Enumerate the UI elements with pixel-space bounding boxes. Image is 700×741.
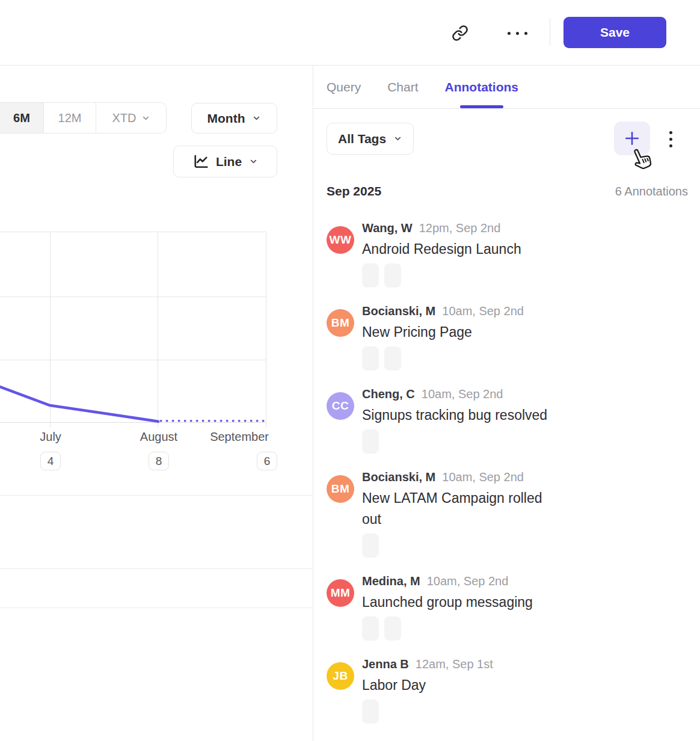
annotation-timestamp: 10am, Sep 2nd: [422, 387, 503, 401]
date-range-control: 6M 12M XTD: [0, 102, 167, 134]
annotation-tags: [362, 616, 690, 641]
annotation-header: Wang, W 12pm, Sep 2nd: [362, 221, 690, 238]
chart-type-dropdown[interactable]: Line: [173, 146, 277, 177]
range-xtd-button[interactable]: XTD: [96, 103, 166, 133]
table-header-row: [0, 495, 313, 568]
annotation-title: New Pricing Page: [362, 322, 550, 343]
granularity-label: Month: [207, 111, 245, 126]
group-annotation-count: 6 Annotations: [615, 185, 688, 198]
annotation-list: WW Wang, W 12pm, Sep 2nd Android Redesig…: [327, 221, 690, 740]
tag-pill[interactable]: [384, 263, 401, 287]
plus-icon: [624, 131, 640, 146]
tag-pill[interactable]: [362, 346, 379, 370]
save-button[interactable]: Save: [563, 17, 666, 48]
avatar: BM: [327, 309, 354, 337]
annotation-count-badge[interactable]: 8: [149, 452, 169, 470]
annotation-body: Bocianski, M 10am, Sep 2nd New LATAM Cam…: [362, 470, 690, 558]
panel-tabs: QueryChartAnnotations: [327, 66, 518, 108]
annotation-item[interactable]: JB Jenna B 12am, Sep 1st Labor Day: [327, 657, 690, 724]
avatar: CC: [327, 392, 354, 420]
tab-chart[interactable]: Chart: [387, 66, 418, 108]
range-12m-button[interactable]: 12M: [44, 103, 96, 133]
annotation-count-badge[interactable]: 4: [40, 452, 61, 470]
annotation-body: Cheng, C 10am, Sep 2nd Signups tracking …: [362, 387, 690, 454]
tab-label: Chart: [387, 80, 418, 94]
annotation-body: Medina, M 10am, Sep 2nd Launched group m…: [362, 574, 690, 641]
line-chart-icon: [192, 155, 209, 169]
tag-filter-dropdown[interactable]: All Tags: [327, 123, 414, 155]
table-value-row: [0, 568, 313, 607]
annotation-body: Bocianski, M 10am, Sep 2nd New Pricing P…: [362, 304, 690, 370]
chart-type-label: Line: [216, 155, 242, 169]
annotation-author: Bocianski, M: [362, 304, 435, 318]
more-options-button[interactable]: [504, 22, 530, 45]
annotation-title: Labor Day: [362, 675, 550, 696]
annotation-header: Medina, M 10am, Sep 2nd: [362, 574, 690, 591]
annotations-menu-button[interactable]: [660, 127, 681, 151]
annotation-author: Medina, M: [362, 574, 420, 588]
annotation-item[interactable]: WW Wang, W 12pm, Sep 2nd Android Redesig…: [327, 221, 690, 287]
tag-pill[interactable]: [362, 263, 379, 287]
chart-editor-app: Save 6M 12M XTD Month Line: [0, 0, 700, 741]
granularity-dropdown[interactable]: Month: [191, 103, 277, 134]
group-month-title: Sep 2025: [327, 184, 381, 198]
annotation-group-header: Sep 2025 6 Annotations: [327, 184, 688, 198]
annotation-title: Signups tracking bug resolved: [362, 405, 550, 426]
line-chart: JulyAugustSeptember 486: [0, 232, 313, 484]
annotation-header: Jenna B 12am, Sep 1st: [362, 657, 690, 674]
annotation-tags: [362, 699, 690, 724]
annotation-header: Cheng, C 10am, Sep 2nd: [362, 387, 690, 404]
x-axis-label: September: [210, 430, 269, 444]
chart-plot-svg: [0, 232, 277, 431]
tag-pill[interactable]: [362, 616, 379, 641]
x-axis-label: July: [40, 430, 61, 444]
copy-link-button[interactable]: [449, 22, 471, 45]
annotation-timestamp: 12pm, Sep 2nd: [419, 221, 501, 235]
annotation-tags: [362, 429, 690, 454]
table-divider: [0, 607, 313, 608]
range-6m-button[interactable]: 6M: [0, 103, 44, 133]
link-icon: [452, 25, 468, 42]
annotation-item[interactable]: BM Bocianski, M 10am, Sep 2nd New LATAM …: [327, 470, 690, 558]
add-annotation-button[interactable]: [614, 121, 650, 155]
annotation-author: Jenna B: [362, 657, 409, 671]
annotation-timestamp: 12am, Sep 1st: [416, 657, 493, 671]
range-12m-label: 12M: [58, 111, 82, 125]
annotation-item[interactable]: CC Cheng, C 10am, Sep 2nd Signups tracki…: [327, 387, 690, 454]
ellipsis-icon: [508, 32, 527, 35]
annotation-author: Bocianski, M: [362, 470, 435, 484]
avatar: MM: [327, 579, 354, 607]
x-axis-labels: JulyAugustSeptember: [0, 430, 313, 447]
tabs-border: [313, 108, 700, 109]
range-xtd-label: XTD: [112, 111, 137, 125]
range-6m-label: 6M: [13, 111, 30, 125]
annotation-body: Wang, W 12pm, Sep 2nd Android Redesign L…: [362, 221, 690, 287]
annotation-item[interactable]: MM Medina, M 10am, Sep 2nd Launched grou…: [327, 574, 690, 641]
annotation-timestamp: 10am, Sep 2nd: [427, 574, 509, 588]
annotation-tags: [362, 533, 690, 558]
chevron-down-icon: [141, 114, 150, 123]
annotation-header: Bocianski, M 10am, Sep 2nd: [362, 470, 690, 487]
tab-annotations[interactable]: Annotations: [445, 66, 518, 108]
tag-pill[interactable]: [384, 616, 401, 641]
tag-pill[interactable]: [362, 699, 379, 724]
annotation-author: Cheng, C: [362, 387, 415, 401]
tag-pill[interactable]: [362, 429, 379, 454]
annotation-title: Launched group messaging: [362, 592, 550, 613]
topbar-divider: [550, 19, 550, 46]
annotation-title: Android Redesign Launch: [362, 239, 550, 260]
avatar: JB: [327, 662, 354, 690]
tag-pill[interactable]: [384, 346, 401, 370]
annotation-title: New LATAM Campaign rolled out: [362, 488, 550, 530]
annotation-count-badge[interactable]: 6: [257, 452, 277, 470]
annotation-tags: [362, 263, 690, 287]
annotation-timestamp: 10am, Sep 2nd: [442, 470, 524, 484]
annotation-body: Jenna B 12am, Sep 1st Labor Day: [362, 657, 690, 724]
annotation-item[interactable]: BM Bocianski, M 10am, Sep 2nd New Pricin…: [327, 304, 690, 370]
annotation-header: Bocianski, M 10am, Sep 2nd: [362, 304, 690, 321]
chevron-down-icon: [393, 134, 402, 143]
tab-query[interactable]: Query: [327, 66, 361, 108]
annotation-tags: [362, 346, 690, 370]
chevron-down-icon: [249, 157, 258, 166]
tag-pill[interactable]: [362, 533, 379, 558]
